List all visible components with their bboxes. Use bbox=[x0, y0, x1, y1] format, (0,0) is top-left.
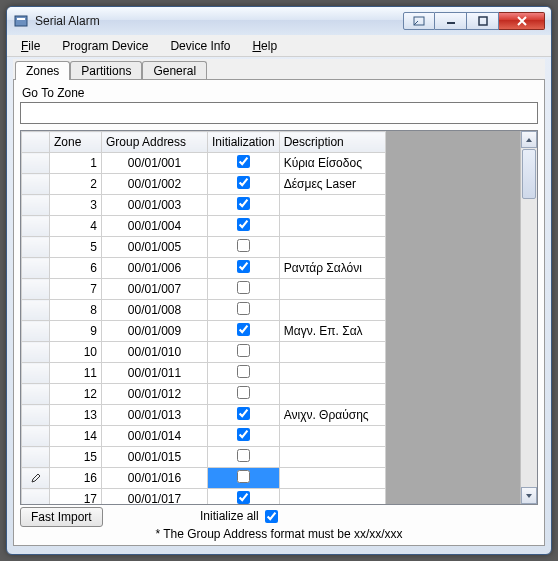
cell-zone[interactable]: 5 bbox=[50, 237, 102, 258]
row-header[interactable] bbox=[22, 195, 50, 216]
init-checkbox[interactable] bbox=[237, 344, 250, 357]
table-row[interactable]: 200/01/002Δέσμες Laser bbox=[22, 174, 386, 195]
table-row[interactable]: 900/01/009Μαγν. Επ. Σαλ bbox=[22, 321, 386, 342]
menu-program-device[interactable]: Program Device bbox=[52, 37, 158, 55]
cell-group-address[interactable]: 00/01/016 bbox=[102, 468, 208, 489]
cell-group-address[interactable]: 00/01/009 bbox=[102, 321, 208, 342]
cell-zone[interactable]: 7 bbox=[50, 279, 102, 300]
close-button[interactable] bbox=[499, 12, 545, 30]
init-checkbox[interactable] bbox=[237, 386, 250, 399]
row-header[interactable] bbox=[22, 447, 50, 468]
cell-description[interactable]: Κύρια Είσοδος bbox=[279, 153, 385, 174]
cell-initialization[interactable] bbox=[208, 426, 280, 447]
cell-description[interactable] bbox=[279, 384, 385, 405]
row-header[interactable] bbox=[22, 384, 50, 405]
cell-zone[interactable]: 8 bbox=[50, 300, 102, 321]
menu-device-info[interactable]: Device Info bbox=[160, 37, 240, 55]
scroll-down-button[interactable] bbox=[521, 487, 537, 504]
cell-initialization[interactable] bbox=[208, 195, 280, 216]
cell-description[interactable] bbox=[279, 468, 385, 489]
maximize-button[interactable] bbox=[467, 12, 499, 30]
cell-group-address[interactable]: 00/01/008 bbox=[102, 300, 208, 321]
cell-initialization[interactable] bbox=[208, 300, 280, 321]
cell-initialization[interactable] bbox=[208, 237, 280, 258]
cell-group-address[interactable]: 00/01/013 bbox=[102, 405, 208, 426]
row-header[interactable] bbox=[22, 258, 50, 279]
cell-initialization[interactable] bbox=[208, 342, 280, 363]
row-header[interactable] bbox=[22, 153, 50, 174]
cell-group-address[interactable]: 00/01/014 bbox=[102, 426, 208, 447]
init-checkbox[interactable] bbox=[237, 323, 250, 336]
init-checkbox[interactable] bbox=[237, 302, 250, 315]
table-row[interactable]: 1000/01/010 bbox=[22, 342, 386, 363]
cell-zone[interactable]: 1 bbox=[50, 153, 102, 174]
cell-description[interactable]: Μαγν. Επ. Σαλ bbox=[279, 321, 385, 342]
cell-description[interactable] bbox=[279, 426, 385, 447]
cell-zone[interactable]: 11 bbox=[50, 363, 102, 384]
table-row[interactable]: 300/01/003 bbox=[22, 195, 386, 216]
row-header[interactable] bbox=[22, 216, 50, 237]
initialize-all[interactable]: Initialize all bbox=[200, 509, 278, 523]
minimize-button[interactable] bbox=[435, 12, 467, 30]
cell-initialization[interactable] bbox=[208, 321, 280, 342]
cell-group-address[interactable]: 00/01/002 bbox=[102, 174, 208, 195]
row-header[interactable] bbox=[22, 279, 50, 300]
cell-group-address[interactable]: 00/01/001 bbox=[102, 153, 208, 174]
cell-zone[interactable]: 12 bbox=[50, 384, 102, 405]
cell-group-address[interactable]: 00/01/017 bbox=[102, 489, 208, 505]
table-row[interactable]: 1400/01/014 bbox=[22, 426, 386, 447]
cell-description[interactable] bbox=[279, 447, 385, 468]
cell-group-address[interactable]: 00/01/006 bbox=[102, 258, 208, 279]
vertical-scrollbar[interactable] bbox=[520, 131, 537, 504]
row-header-blank[interactable] bbox=[22, 132, 50, 153]
goto-zone-input[interactable] bbox=[20, 102, 538, 124]
cell-group-address[interactable]: 00/01/004 bbox=[102, 216, 208, 237]
table-row[interactable]: 1300/01/013Ανιχν. Θραύσης bbox=[22, 405, 386, 426]
init-checkbox[interactable] bbox=[237, 239, 250, 252]
init-checkbox[interactable] bbox=[237, 470, 250, 483]
cell-initialization[interactable] bbox=[208, 384, 280, 405]
menu-file[interactable]: File bbox=[11, 37, 50, 55]
row-header[interactable] bbox=[22, 426, 50, 447]
row-header[interactable] bbox=[22, 489, 50, 505]
cell-description[interactable]: Δέσμες Laser bbox=[279, 174, 385, 195]
cell-initialization[interactable] bbox=[208, 216, 280, 237]
titlebar[interactable]: Serial Alarm bbox=[7, 7, 551, 35]
cell-zone[interactable]: 17 bbox=[50, 489, 102, 505]
cell-zone[interactable]: 10 bbox=[50, 342, 102, 363]
cell-group-address[interactable]: 00/01/010 bbox=[102, 342, 208, 363]
cell-initialization[interactable] bbox=[208, 363, 280, 384]
scroll-thumb[interactable] bbox=[522, 149, 536, 199]
cell-initialization[interactable] bbox=[208, 468, 280, 489]
col-init[interactable]: Initialization bbox=[208, 132, 280, 153]
row-header[interactable] bbox=[22, 363, 50, 384]
cell-zone[interactable]: 6 bbox=[50, 258, 102, 279]
cell-description[interactable]: Ανιχν. Θραύσης bbox=[279, 405, 385, 426]
init-checkbox[interactable] bbox=[237, 428, 250, 441]
row-header[interactable] bbox=[22, 300, 50, 321]
table-row[interactable]: 1700/01/017 bbox=[22, 489, 386, 505]
cell-zone[interactable]: 14 bbox=[50, 426, 102, 447]
init-checkbox[interactable] bbox=[237, 281, 250, 294]
init-checkbox[interactable] bbox=[237, 365, 250, 378]
row-header[interactable] bbox=[22, 468, 50, 489]
cell-initialization[interactable] bbox=[208, 405, 280, 426]
cell-zone[interactable]: 2 bbox=[50, 174, 102, 195]
fast-import-button[interactable]: Fast Import bbox=[20, 507, 103, 527]
init-checkbox[interactable] bbox=[237, 407, 250, 420]
tab-zones[interactable]: Zones bbox=[15, 61, 70, 80]
cell-zone[interactable]: 13 bbox=[50, 405, 102, 426]
table-row[interactable]: 1600/01/016 bbox=[22, 468, 386, 489]
cell-description[interactable] bbox=[279, 342, 385, 363]
row-header[interactable] bbox=[22, 405, 50, 426]
cell-zone[interactable]: 4 bbox=[50, 216, 102, 237]
cell-group-address[interactable]: 00/01/003 bbox=[102, 195, 208, 216]
cell-zone[interactable]: 3 bbox=[50, 195, 102, 216]
col-group[interactable]: Group Address bbox=[102, 132, 208, 153]
col-desc[interactable]: Description bbox=[279, 132, 385, 153]
tab-partitions[interactable]: Partitions bbox=[70, 61, 142, 80]
cell-description[interactable] bbox=[279, 300, 385, 321]
cell-group-address[interactable]: 00/01/007 bbox=[102, 279, 208, 300]
cell-initialization[interactable] bbox=[208, 447, 280, 468]
cell-initialization[interactable] bbox=[208, 153, 280, 174]
